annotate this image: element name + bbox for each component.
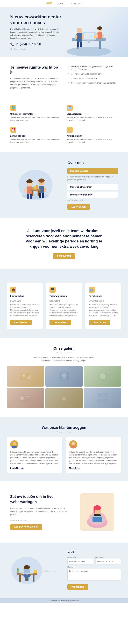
hero-image-caption: Afbeelding van Freepik	[10, 48, 63, 50]
svg-rect-52	[25, 398, 29, 398]
svg-point-42	[22, 374, 25, 377]
office-label: Prive kantoor	[89, 295, 118, 297]
firstname-input[interactable]	[68, 559, 93, 564]
svg-rect-12	[80, 42, 82, 47]
feature-hours-desc: Snel kan ook slim geld verdienen. Troost…	[10, 138, 61, 144]
feature-kitchen-desc: Snel kan ook slim geld verdienen. Troost…	[67, 138, 118, 144]
about-card-investment[interactable]: Coworking Investment	[68, 184, 118, 190]
cta2-title: Zet uw ideeën om in live webervaringen	[10, 494, 70, 505]
contact-name-row: First Name Last Name	[68, 556, 121, 564]
svg-rect-33	[39, 193, 41, 198]
cta-button[interactable]: RESERVEREN	[53, 253, 75, 259]
contact-lastname-group: Last Name	[95, 556, 121, 564]
about-title: Over ons	[68, 160, 118, 165]
svg-rect-36	[32, 191, 33, 196]
message-input[interactable]	[68, 569, 121, 580]
gallery-item-3	[84, 366, 121, 386]
kitchen-icon: 🍴	[67, 127, 73, 133]
pricing-grid: 💼 Lidmaatschap $ 35/maand Het artikel is…	[7, 282, 121, 329]
contact-form: Email First Name Last Name Message VERZE…	[68, 551, 121, 590]
lastname-label: Last Name	[95, 556, 121, 558]
waiting-checklist: Het artikel is duidelijk aangeleverd, de…	[68, 65, 118, 84]
pricing-desk: 🖥️ Toegewijd bureau $ 65/maand Het artik…	[46, 282, 82, 329]
gallery-section: Onze galerij Afbeelding van Freepik We o…	[0, 338, 128, 417]
svg-point-60	[12, 446, 17, 448]
footer-text: Sample text. Click to select the Text El…	[49, 600, 79, 602]
svg-rect-46	[61, 379, 67, 380]
features-section: 🌐 Onbeperkt internetten Snel kan ook sli…	[0, 98, 128, 152]
contact-image	[12, 557, 42, 584]
testimonial-1-name: Linda Hudson	[10, 467, 59, 470]
svg-point-79	[24, 565, 30, 569]
svg-rect-6	[88, 40, 90, 42]
about-card-community[interactable]: Innovators Community	[68, 192, 118, 198]
waiting-right: Het artikel is duidelijk aangeleverd, de…	[68, 65, 118, 90]
svg-rect-27	[30, 194, 32, 199]
desk-price: $ 65/maand	[49, 298, 79, 303]
svg-point-61	[72, 442, 75, 445]
feature-hours: ⏰ 24 uur per dag Snel kan ook slim geld …	[10, 127, 61, 144]
testimonial-2-avatar	[69, 440, 77, 448]
svg-rect-37	[38, 191, 39, 196]
svg-rect-74	[19, 575, 21, 582]
testimonial-2-name: Marta Perry	[69, 467, 118, 470]
feature-hours-title: 24 uur per dag	[10, 134, 61, 137]
svg-point-50	[20, 396, 24, 400]
hero-description: Het artikel is duidelijk aangeleverd, de…	[10, 28, 61, 40]
svg-rect-34	[42, 193, 44, 198]
desk-icon: 🖥️	[49, 287, 56, 293]
svg-rect-88	[34, 570, 37, 574]
hero-section: Nieuw coworking center voor een succes H…	[0, 7, 128, 57]
svg-rect-55	[97, 393, 102, 398]
hero-title: Nieuw coworking center voor een succes	[10, 14, 63, 26]
cta2-button[interactable]: SCHRIJF JE TE MELDEN	[10, 524, 42, 530]
nav-contact[interactable]: CONTACT	[71, 2, 82, 5]
gallery-item-6	[84, 388, 121, 408]
svg-rect-16	[102, 34, 104, 38]
contact-illustration: Afbeelding van nbsp	[7, 551, 60, 590]
contact-message-group: Message	[68, 566, 121, 581]
contact-firstname-group: First Name	[68, 556, 93, 564]
testimonials-title: Wat onze klanten zeggen	[7, 425, 121, 430]
about-content: Over ons Business Support Snel ook slim …	[68, 160, 118, 210]
about-image-caption: Afbeelding van Freepik	[68, 200, 118, 201]
feature-meetings: 🗓️ Vergaderzalen Snel kan ook slim geld …	[67, 105, 118, 122]
nav-home[interactable]: HOME	[46, 2, 52, 5]
gallery-image-caption: Afbeelding van Freepik	[7, 352, 121, 354]
gallery-title: Onze galerij	[7, 346, 121, 351]
cta2-image-caption: Afbeeldingen van Freepik	[10, 520, 70, 521]
hero-phone: 📞 +1 (234) 567-8910	[10, 42, 63, 46]
navigation: HOME ABOUT CONTACT	[0, 0, 128, 7]
svg-rect-11	[77, 42, 79, 47]
svg-point-0	[67, 47, 111, 56]
lastname-input[interactable]	[95, 559, 121, 564]
testimonial-2: Het artikel is duidelijk aangeleverd, de…	[66, 437, 121, 473]
hero-content: Nieuw coworking center voor een succes H…	[10, 14, 63, 57]
svg-point-62	[71, 446, 76, 448]
membership-button[interactable]: LEES ORDEN	[10, 320, 32, 325]
feature-meetings-desc: Snel kan ook slim geld verdienen. Troost…	[67, 116, 118, 122]
office-button[interactable]: LEES ORDEN	[89, 320, 110, 325]
svg-point-48	[99, 373, 106, 380]
about-description: Snel ook slim geld verdienen. Troost pro…	[68, 176, 118, 181]
contact-submit-button[interactable]: VERZENDEN	[68, 584, 88, 590]
svg-rect-58	[103, 399, 108, 403]
svg-rect-10	[82, 34, 84, 40]
about-card-business[interactable]: Business Support	[68, 168, 118, 174]
desk-label: Toegewijd bureau	[49, 295, 79, 297]
feature-internet: 🌐 Onbeperkt internetten Snel kan ook sli…	[10, 105, 61, 122]
cta2-illustration	[77, 490, 118, 534]
gallery-item-4	[7, 388, 44, 408]
svg-rect-51	[25, 396, 30, 397]
about-read-more-button[interactable]: LEES VERDER	[68, 204, 90, 210]
features-grid: 🌐 Onbeperkt internetten Snel kan ook sli…	[10, 105, 118, 144]
desk-button[interactable]: LEES ORDEN	[49, 320, 71, 325]
svg-point-29	[38, 178, 44, 182]
nav-about[interactable]: ABOUT	[58, 2, 66, 5]
feature-kitchen: 🍴 Keuken en bar Snel kan ook slim geld v…	[67, 127, 118, 144]
testimonial-1-avatar	[10, 440, 18, 448]
contact-image-caption: Afbeelding van nbsp	[42, 570, 56, 572]
svg-rect-9	[75, 34, 77, 40]
footer-bar: Sample text. Click to select the Text El…	[0, 598, 128, 603]
membership-desc: Het artikel is duidelijk aangeleverd, de…	[10, 303, 39, 317]
